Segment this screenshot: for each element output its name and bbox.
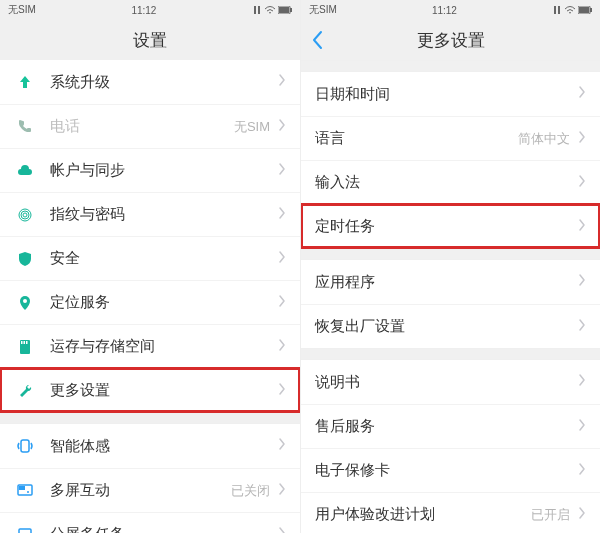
list-row[interactable]: 电话无SIM bbox=[0, 104, 300, 148]
svg-point-6 bbox=[21, 211, 29, 219]
chevron-right-icon bbox=[278, 526, 286, 534]
svg-rect-3 bbox=[290, 8, 292, 12]
chevron-right-icon bbox=[578, 130, 586, 148]
status-carrier: 无SIM bbox=[8, 3, 36, 17]
settings-pane: 无SIM 11:12 设置 系统升级电话无SIM帐户与同步指纹与密码安全定位服务… bbox=[0, 0, 300, 533]
chevron-right-icon bbox=[278, 206, 286, 224]
row-label: 日期和时间 bbox=[315, 85, 578, 104]
chevron-right-icon bbox=[578, 318, 586, 336]
chevron-right-icon bbox=[578, 85, 586, 103]
settings-list: 系统升级电话无SIM帐户与同步指纹与密码安全定位服务运存与存储空间更多设置智能体… bbox=[0, 60, 300, 533]
list-row[interactable]: 应用程序 bbox=[301, 260, 600, 304]
list-row[interactable]: 运存与存储空间 bbox=[0, 324, 300, 368]
page-title: 设置 bbox=[133, 29, 167, 52]
svg-rect-15 bbox=[19, 486, 25, 490]
list-row[interactable]: 日期和时间 bbox=[301, 72, 600, 116]
row-label: 用户体验改进计划 bbox=[315, 505, 531, 524]
chevron-right-icon bbox=[578, 174, 586, 192]
row-label: 输入法 bbox=[315, 173, 578, 192]
title-bar-left: 设置 bbox=[0, 20, 300, 60]
shield-icon bbox=[14, 250, 36, 268]
status-icons bbox=[552, 5, 592, 15]
list-row[interactable]: 电子保修卡 bbox=[301, 448, 600, 492]
chevron-right-icon bbox=[578, 462, 586, 480]
svg-point-16 bbox=[27, 491, 29, 493]
svg-rect-12 bbox=[26, 341, 28, 344]
row-label: 语言 bbox=[315, 129, 518, 148]
row-value: 已关闭 bbox=[231, 482, 270, 500]
svg-rect-22 bbox=[590, 8, 592, 12]
list-row[interactable]: 安全 bbox=[0, 236, 300, 280]
list-row[interactable]: 指纹与密码 bbox=[0, 192, 300, 236]
svg-rect-23 bbox=[579, 7, 589, 13]
svg-rect-13 bbox=[21, 440, 29, 452]
chevron-right-icon bbox=[278, 118, 286, 136]
svg-point-7 bbox=[23, 213, 27, 217]
more-settings-list: 日期和时间语言简体中文输入法定时任务应用程序恢复出厂设置说明书售后服务电子保修卡… bbox=[301, 60, 600, 533]
wrench-icon bbox=[14, 382, 36, 400]
chevron-right-icon bbox=[278, 382, 286, 400]
row-label: 更多设置 bbox=[50, 381, 278, 400]
section-gap bbox=[301, 248, 600, 260]
status-bar: 无SIM 11:12 bbox=[301, 0, 600, 20]
list-row[interactable]: 多屏互动已关闭 bbox=[0, 468, 300, 512]
row-label: 说明书 bbox=[315, 373, 578, 392]
svg-rect-10 bbox=[21, 341, 23, 344]
list-row[interactable]: 定时任务 bbox=[301, 204, 600, 248]
row-label: 应用程序 bbox=[315, 273, 578, 292]
row-value: 简体中文 bbox=[518, 130, 570, 148]
list-row[interactable]: 用户体验改进计划已开启 bbox=[301, 492, 600, 533]
chevron-right-icon bbox=[578, 273, 586, 291]
svg-point-8 bbox=[23, 299, 27, 303]
chevron-right-icon bbox=[278, 250, 286, 268]
row-label: 定位服务 bbox=[50, 293, 278, 312]
list-row[interactable]: 定位服务 bbox=[0, 280, 300, 324]
section-gap bbox=[301, 348, 600, 360]
svg-rect-17 bbox=[19, 529, 31, 534]
row-label: 恢复出厂设置 bbox=[315, 317, 578, 336]
phone-icon bbox=[14, 118, 36, 136]
back-button[interactable] bbox=[311, 20, 323, 60]
more-settings-pane: 无SIM 11:12 更多设置 日期和时间语言简体中文输入法定时任务应用程序恢复… bbox=[300, 0, 600, 533]
row-label: 系统升级 bbox=[50, 73, 278, 92]
list-row[interactable]: 售后服务 bbox=[301, 404, 600, 448]
status-icons bbox=[252, 5, 292, 15]
row-label: 智能体感 bbox=[50, 437, 278, 456]
row-label: 安全 bbox=[50, 249, 278, 268]
row-label: 多屏互动 bbox=[50, 481, 231, 500]
row-label: 帐户与同步 bbox=[50, 161, 278, 180]
svg-rect-0 bbox=[254, 6, 256, 14]
wave-icon bbox=[14, 437, 36, 455]
chevron-right-icon bbox=[578, 218, 586, 236]
list-row[interactable]: 输入法 bbox=[301, 160, 600, 204]
row-label: 分屏多任务 bbox=[50, 525, 278, 533]
split-icon bbox=[14, 526, 36, 534]
svg-rect-11 bbox=[24, 341, 26, 344]
status-time: 11:12 bbox=[337, 5, 552, 16]
section-gap bbox=[301, 60, 600, 72]
list-row[interactable]: 智能体感 bbox=[0, 424, 300, 468]
chevron-right-icon bbox=[278, 294, 286, 312]
chevron-right-icon bbox=[278, 482, 286, 500]
list-row[interactable]: 更多设置 bbox=[0, 368, 300, 412]
list-row[interactable]: 分屏多任务 bbox=[0, 512, 300, 533]
list-row[interactable]: 系统升级 bbox=[0, 60, 300, 104]
svg-rect-1 bbox=[258, 6, 260, 14]
page-title: 更多设置 bbox=[417, 29, 485, 52]
fingerprint-icon bbox=[14, 206, 36, 224]
svg-rect-20 bbox=[558, 6, 560, 14]
chevron-right-icon bbox=[278, 437, 286, 455]
row-label: 电话 bbox=[50, 117, 234, 136]
chevron-right-icon bbox=[578, 418, 586, 436]
list-row[interactable]: 帐户与同步 bbox=[0, 148, 300, 192]
svg-rect-19 bbox=[554, 6, 556, 14]
row-label: 运存与存储空间 bbox=[50, 337, 278, 356]
list-row[interactable]: 说明书 bbox=[301, 360, 600, 404]
upgrade-icon bbox=[14, 73, 36, 91]
cloud-icon bbox=[14, 162, 36, 180]
section-gap bbox=[0, 412, 300, 424]
list-row[interactable]: 恢复出厂设置 bbox=[301, 304, 600, 348]
pin-icon bbox=[14, 294, 36, 312]
list-row[interactable]: 语言简体中文 bbox=[301, 116, 600, 160]
chevron-right-icon bbox=[578, 506, 586, 524]
